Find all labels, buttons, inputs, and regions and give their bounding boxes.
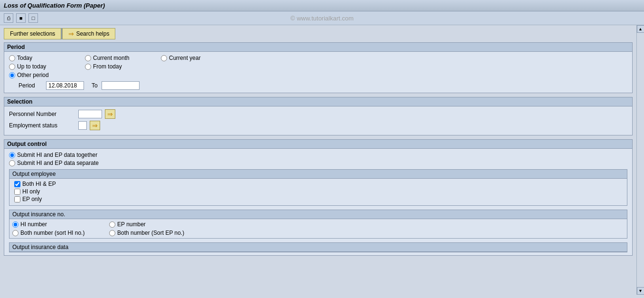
title-bar: Loss of Qualification Form (Paper)	[0, 0, 644, 11]
shortcut-icon[interactable]: □	[28, 13, 38, 23]
from-today-radio[interactable]	[85, 64, 91, 70]
current-month-radio-row: Current month	[85, 55, 161, 61]
both-sort-ep-label: Both number (Sort EP no.)	[117, 230, 184, 236]
tab-bar: Further selections ⇒ Search helps	[4, 28, 633, 39]
employment-status-input[interactable]	[78, 121, 87, 130]
hi-only-label: HI only	[22, 188, 40, 195]
output-employee-body: Both HI & EP HI only EP only	[9, 179, 627, 205]
further-selections-tab[interactable]: Further selections	[4, 28, 61, 39]
period-section: Period Today Current month Current y	[4, 42, 633, 93]
period-fields: Period To	[9, 81, 627, 90]
ep-only-checkbox[interactable]	[14, 196, 20, 202]
current-month-label: Current month	[93, 55, 130, 61]
period-from-input[interactable]	[46, 81, 84, 90]
hi-only-row: HI only	[14, 188, 622, 195]
output-employee-header: Output employee	[9, 170, 627, 179]
output-insurance-no-header: Output insurance no.	[9, 210, 627, 219]
both-sort-hi-label: Both number (sort HI no.)	[20, 230, 84, 236]
to-label: To	[92, 82, 98, 89]
both-sort-ep-radio[interactable]	[109, 230, 115, 236]
both-hi-ep-row: Both HI & EP	[14, 181, 622, 187]
search-helps-arrow-icon: ⇒	[68, 30, 74, 38]
submit-together-label: Submit HI and EP data together	[17, 152, 97, 158]
output-control-header: Output control	[4, 140, 632, 149]
from-today-radio-row: From today	[85, 63, 161, 70]
scroll-track	[637, 33, 644, 287]
hi-only-checkbox[interactable]	[14, 189, 20, 195]
today-radio[interactable]	[9, 55, 15, 61]
submit-separate-row: Submit HI and EP data separate	[9, 160, 627, 166]
submit-together-radio[interactable]	[9, 152, 15, 158]
selection-section-body: Personnel Number ⇒ Employment status ⇒	[4, 106, 632, 135]
both-hi-ep-checkbox[interactable]	[14, 181, 20, 187]
employment-status-label: Employment status	[9, 122, 75, 129]
current-month-radio[interactable]	[85, 55, 91, 61]
from-today-label: From today	[93, 63, 122, 70]
both-hi-ep-label: Both HI & EP	[22, 181, 56, 187]
page-title: Loss of Qualification Form (Paper)	[4, 2, 105, 9]
employment-status-row: Employment status ⇒	[9, 121, 627, 130]
period-to-input[interactable]	[102, 81, 140, 90]
other-period-radio-row: Other period	[9, 72, 85, 78]
content-area: Further selections ⇒ Search helps Period…	[0, 25, 636, 295]
toolbar: ⎙ ■ □ © www.tutorialkart.com	[0, 11, 644, 25]
navigate-icon[interactable]: ⎙	[4, 13, 13, 23]
period-field-label: Period	[19, 82, 42, 89]
submit-together-row: Submit HI and EP data together	[9, 152, 627, 158]
save-icon[interactable]: ■	[16, 13, 26, 23]
scrollbar[interactable]: ▲ ▼	[636, 25, 644, 295]
other-period-label: Other period	[17, 72, 49, 78]
hi-number-radio-row: HI number	[12, 221, 107, 228]
submit-separate-label: Submit HI and EP data separate	[17, 160, 99, 166]
output-insurance-data-header: Output insurance data	[9, 243, 627, 252]
further-selections-label: Further selections	[10, 30, 55, 37]
scroll-up-btn[interactable]: ▲	[637, 25, 644, 33]
selection-section-header: Selection	[4, 97, 632, 106]
current-year-radio-row: Current year	[161, 55, 237, 61]
hi-number-label: HI number	[20, 221, 47, 228]
ep-number-radio[interactable]	[109, 221, 115, 228]
output-control-section: Output control Submit HI and EP data tog…	[4, 139, 633, 256]
today-radio-row: Today	[9, 55, 85, 61]
output-insurance-data-sub-section: Output insurance data	[9, 242, 627, 252]
ep-only-label: EP only	[22, 196, 42, 202]
current-year-label: Current year	[169, 55, 201, 61]
output-control-body: Submit HI and EP data together Submit HI…	[4, 149, 632, 255]
insurance-radio-grid: HI number EP number Both number (sort HI…	[9, 219, 627, 238]
ep-only-row: EP only	[14, 196, 622, 202]
personnel-number-label: Personnel Number	[9, 111, 75, 117]
output-employee-sub-section: Output employee Both HI & EP HI only	[9, 169, 627, 206]
search-helps-label: Search helps	[76, 30, 109, 37]
search-helps-tab[interactable]: ⇒ Search helps	[62, 28, 115, 39]
period-section-header: Period	[4, 43, 632, 52]
personnel-number-input[interactable]	[78, 110, 102, 118]
up-to-today-label: Up to today	[17, 63, 46, 70]
main-content: Further selections ⇒ Search helps Period…	[0, 25, 644, 295]
watermark: © www.tutorialkart.com	[290, 15, 354, 22]
both-sort-ep-radio-row: Both number (Sort EP no.)	[109, 230, 204, 236]
output-insurance-no-sub-section: Output insurance no. HI number EP number	[9, 210, 627, 239]
ep-number-radio-row: EP number	[109, 221, 204, 228]
personnel-number-row: Personnel Number ⇒	[9, 109, 627, 119]
other-period-radio[interactable]	[9, 72, 15, 78]
current-year-radio[interactable]	[161, 55, 167, 61]
up-to-today-radio-row: Up to today	[9, 63, 85, 70]
scroll-down-btn[interactable]: ▼	[637, 287, 644, 295]
both-sort-hi-radio-row: Both number (sort HI no.)	[12, 230, 107, 236]
both-sort-hi-radio[interactable]	[12, 230, 19, 236]
hi-number-radio[interactable]	[12, 221, 19, 228]
selection-section: Selection Personnel Number ⇒ Employment …	[4, 97, 633, 135]
up-to-today-radio[interactable]	[9, 64, 15, 70]
submit-separate-radio[interactable]	[9, 160, 15, 166]
period-section-body: Today Current month Current year Up to t…	[4, 52, 632, 93]
period-grid: Today Current month Current year Up to t…	[9, 55, 627, 78]
personnel-number-arrow-btn[interactable]: ⇒	[105, 109, 115, 119]
today-label: Today	[17, 55, 32, 61]
employment-status-arrow-btn[interactable]: ⇒	[90, 121, 100, 130]
ep-number-label: EP number	[117, 221, 146, 228]
